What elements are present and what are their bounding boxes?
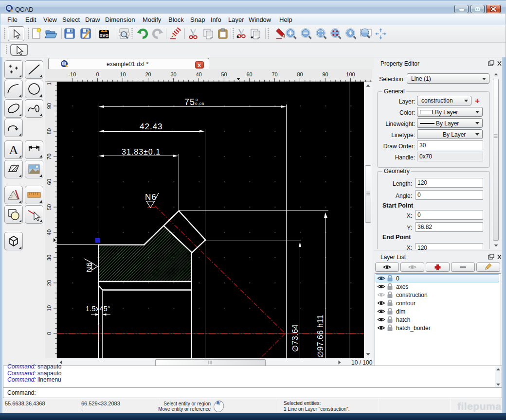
svg-text:N6: N6 bbox=[145, 192, 157, 202]
svg-text:20: 20 bbox=[145, 71, 151, 77]
svg-text:42.43: 42.43 bbox=[140, 122, 163, 131]
svg-text:SVG: SVG bbox=[99, 33, 108, 38]
svg-text:10: 10 bbox=[46, 305, 52, 311]
svg-text:A: A bbox=[9, 143, 18, 157]
svg-text:50: 50 bbox=[46, 204, 52, 210]
svg-text:90: 90 bbox=[322, 71, 328, 77]
svg-text:∅73.64: ∅73.64 bbox=[291, 324, 299, 352]
svg-text:50: 50 bbox=[221, 71, 227, 77]
svg-text:0: 0 bbox=[46, 332, 52, 335]
svg-text:40: 40 bbox=[46, 229, 52, 235]
svg-text:100: 100 bbox=[346, 71, 355, 77]
svg-text:30: 30 bbox=[46, 255, 52, 261]
svg-text:60: 60 bbox=[246, 71, 252, 77]
svg-text:75: 75 bbox=[184, 97, 195, 107]
svg-text:10: 10 bbox=[120, 71, 126, 77]
svg-text:∅97.66 h11: ∅97.66 h11 bbox=[316, 315, 325, 358]
svg-text:31.83±0.1: 31.83±0.1 bbox=[122, 148, 161, 156]
svg-text:30: 30 bbox=[170, 71, 176, 77]
svg-text:100: 100 bbox=[46, 82, 52, 85]
svg-text:70: 70 bbox=[46, 154, 52, 159]
svg-text:80: 80 bbox=[297, 71, 303, 77]
svg-text:60: 60 bbox=[46, 179, 52, 185]
svg-text:-10: -10 bbox=[68, 71, 76, 77]
svg-text:0: 0 bbox=[96, 71, 99, 77]
svg-text:20: 20 bbox=[46, 280, 52, 286]
svg-text:40: 40 bbox=[196, 71, 201, 77]
svg-text:1.5x45°: 1.5x45° bbox=[86, 305, 110, 313]
svg-text:80: 80 bbox=[46, 128, 52, 134]
svg-text:0.05: 0.05 bbox=[195, 102, 205, 106]
svg-text:70: 70 bbox=[271, 71, 277, 77]
svg-text:90: 90 bbox=[46, 103, 52, 109]
